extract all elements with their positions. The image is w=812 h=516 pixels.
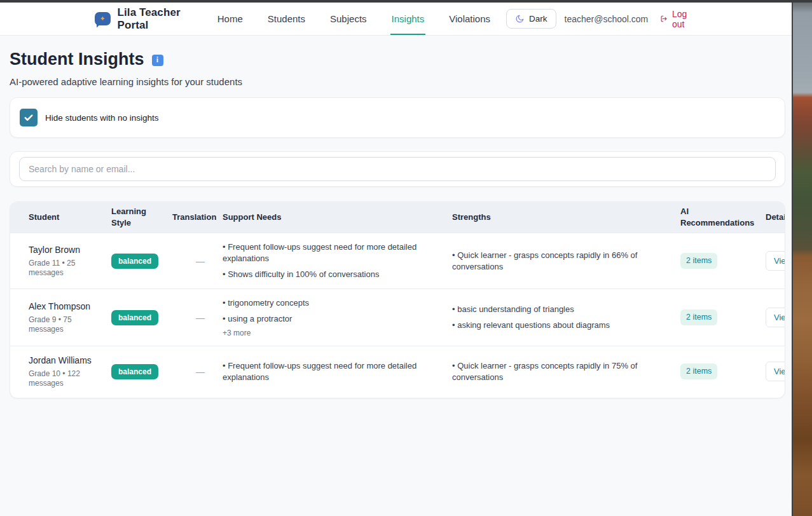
support-need-item: Frequent follow-ups suggest need for mor…: [223, 360, 439, 383]
details-cell: View: [756, 308, 785, 327]
ai-recommendations-cell: 2 items: [671, 253, 756, 269]
translation-cell: —: [163, 313, 213, 323]
view-button[interactable]: View: [766, 251, 785, 271]
learning-style-cell: balanced: [102, 254, 163, 269]
details-cell: View: [756, 362, 785, 381]
moon-icon: [515, 14, 525, 24]
translation-value: —: [172, 256, 209, 266]
chat-bubble-logo-icon: ✦: [95, 12, 111, 25]
strength-item: Quick learner - grasps concepts rapidly …: [452, 360, 667, 383]
logout-label: Log out: [672, 9, 698, 29]
ai-recommendations-cell: 2 items: [671, 309, 756, 325]
brand-name: Lila Teacher Portal: [118, 6, 198, 32]
recommendations-count-badge: 2 items: [680, 363, 717, 379]
support-needs-cell: trigonometry concepts using a protractor…: [213, 297, 443, 337]
student-meta: Grade 10 • 122 messages: [29, 369, 98, 388]
sparkle-icon: ✦: [99, 15, 105, 22]
hide-no-insights-checkbox[interactable]: [20, 109, 38, 126]
window-top-edge: [0, 0, 812, 3]
brand: ✦ Lila Teacher Portal: [95, 6, 198, 32]
col-learning-style: Learning Style: [102, 206, 163, 229]
support-needs-cell: Frequent follow-ups suggest need for mor…: [213, 360, 443, 383]
primary-nav: Home Students Subjects Insights Violatio…: [217, 13, 490, 24]
desktop-wallpaper: [792, 3, 812, 516]
col-ai-recommendations: AI Recommendations: [671, 206, 756, 229]
student-meta: Grade 11 • 25 messages: [29, 259, 98, 278]
nav-subjects[interactable]: Subjects: [330, 13, 367, 24]
nav-students[interactable]: Students: [268, 13, 305, 24]
table-row: Jordan Williams Grade 10 • 122 messages …: [10, 346, 785, 397]
view-button[interactable]: View: [766, 362, 785, 381]
translation-value: —: [172, 367, 209, 377]
learning-style-badge: balanced: [111, 254, 158, 269]
student-cell: Alex Thompson Grade 9 • 75 messages: [19, 301, 102, 334]
app-window: ✦ Lila Teacher Portal Home Students Subj…: [0, 3, 792, 516]
student-cell: Taylor Brown Grade 11 • 25 messages: [19, 244, 102, 278]
translation-cell: —: [163, 256, 213, 266]
student-name: Taylor Brown: [29, 244, 98, 255]
more-support-needs[interactable]: +3 more: [223, 329, 439, 337]
col-strengths: Strengths: [443, 212, 671, 223]
recommendations-count-badge: 2 items: [680, 253, 717, 269]
student-cell: Jordan Williams Grade 10 • 122 messages: [19, 355, 102, 388]
view-button[interactable]: View: [766, 308, 785, 327]
learning-style-badge: balanced: [111, 310, 158, 325]
search-card: [10, 151, 785, 187]
support-need-item: Shows difficulty in 100% of conversation…: [223, 269, 439, 280]
translation-value: —: [172, 313, 209, 323]
learning-style-cell: balanced: [102, 364, 163, 379]
col-support-needs: Support Needs: [213, 212, 443, 223]
logout-icon: [660, 14, 668, 24]
main-content: Student Insights i AI-powered adaptive l…: [0, 36, 792, 398]
checkmark-icon: [23, 112, 34, 123]
table-row: Taylor Brown Grade 11 • 25 messages bala…: [10, 233, 785, 289]
support-needs-cell: Frequent follow-ups suggest need for mor…: [213, 241, 443, 280]
support-need-item: Frequent follow-ups suggest need for mor…: [223, 241, 439, 264]
hide-filter-card: Hide students with no insights: [10, 97, 785, 138]
insights-table: Student Learning Style Translation Suppo…: [10, 201, 785, 398]
translation-cell: —: [163, 367, 213, 377]
app-header: ✦ Lila Teacher Portal Home Students Subj…: [0, 3, 792, 36]
strength-item: basic understanding of triangles: [452, 304, 667, 315]
support-need-item: trigonometry concepts: [223, 297, 439, 309]
strengths-cell: basic understanding of triangles asking …: [443, 304, 671, 331]
ai-recommendations-cell: 2 items: [671, 363, 756, 379]
table-header-row: Student Learning Style Translation Suppo…: [10, 202, 785, 233]
nav-insights[interactable]: Insights: [392, 13, 425, 24]
col-student: Student: [19, 212, 102, 223]
hide-no-insights-label: Hide students with no insights: [45, 113, 159, 123]
strength-item: Quick learner - grasps concepts rapidly …: [452, 250, 667, 273]
recommendations-count-badge: 2 items: [680, 309, 717, 325]
user-email: teacher@school.com: [565, 14, 649, 24]
theme-toggle-label: Dark: [529, 14, 547, 24]
nav-home[interactable]: Home: [217, 13, 243, 24]
strengths-cell: Quick learner - grasps concepts rapidly …: [443, 250, 671, 273]
nav-violations[interactable]: Violations: [449, 13, 490, 24]
page-title: Student Insights: [10, 50, 144, 69]
table-row: Alex Thompson Grade 9 • 75 messages bala…: [10, 289, 785, 346]
student-name: Jordan Williams: [29, 355, 98, 366]
student-name: Alex Thompson: [29, 301, 98, 312]
learning-style-badge: balanced: [111, 364, 158, 379]
theme-toggle-button[interactable]: Dark: [506, 9, 556, 29]
col-details: Details: [756, 212, 785, 223]
page-subtitle: AI-powered adaptive learning insights fo…: [10, 76, 785, 87]
student-meta: Grade 9 • 75 messages: [29, 315, 98, 334]
search-input[interactable]: [19, 157, 776, 181]
col-translation: Translation: [163, 212, 213, 223]
logout-link[interactable]: Log out: [660, 9, 697, 29]
support-need-item: using a protractor: [223, 313, 439, 325]
strength-item: asking relevant questions about diagrams: [452, 320, 667, 331]
details-cell: View: [756, 251, 785, 271]
learning-style-cell: balanced: [102, 310, 163, 325]
info-icon: i: [152, 55, 163, 66]
strengths-cell: Quick learner - grasps concepts rapidly …: [443, 360, 671, 383]
